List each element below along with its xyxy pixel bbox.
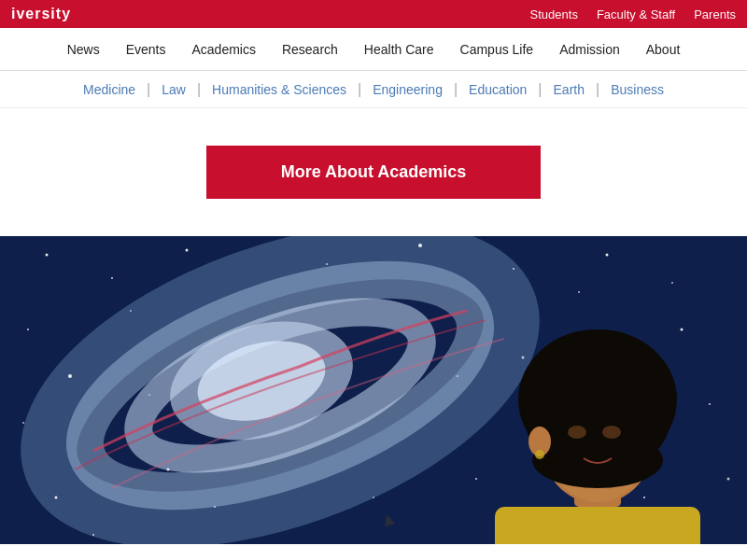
svg-point-19	[55, 497, 58, 499]
svg-point-15	[68, 374, 72, 378]
svg-point-45	[535, 450, 544, 459]
galaxy-background	[0, 236, 747, 544]
svg-point-31	[148, 394, 150, 396]
nav-healthcare[interactable]: Health Care	[364, 42, 434, 57]
svg-point-8	[186, 249, 189, 252]
top-bar-links: Students Faculty & Staff Parents	[530, 7, 736, 21]
subnav-item-business: Business	[599, 82, 675, 97]
svg-point-25	[643, 497, 645, 498]
svg-point-33	[522, 357, 525, 359]
svg-point-30	[22, 422, 24, 424]
svg-point-27	[578, 291, 580, 293]
faculty-staff-link[interactable]: Faculty & Staff	[597, 7, 675, 21]
svg-point-22	[681, 329, 684, 331]
subnav-medicine[interactable]: Medicine	[72, 82, 147, 97]
svg-point-23	[709, 403, 711, 405]
nav-campuslife[interactable]: Campus Life	[460, 42, 534, 57]
svg-point-11	[513, 268, 514, 270]
cta-section: More About Academics	[0, 108, 747, 236]
subnav-item-engineering: Engineering	[361, 82, 454, 97]
svg-point-6	[46, 254, 49, 257]
subnav-humanities[interactable]: Humanities & Sciences	[201, 82, 358, 97]
more-about-academics-button[interactable]: More About Academics	[206, 146, 542, 199]
subnav-item-law: Law	[150, 82, 197, 97]
svg-point-12	[606, 254, 609, 257]
main-nav: News Events Academics Research Health Ca…	[0, 28, 747, 71]
nav-admission[interactable]: Admission	[559, 42, 620, 57]
hero-section	[0, 236, 747, 544]
svg-point-7	[111, 277, 113, 279]
subnav-earth[interactable]: Earth	[543, 82, 596, 97]
svg-point-32	[457, 375, 458, 377]
svg-point-29	[475, 478, 477, 480]
svg-point-10	[418, 244, 422, 247]
svg-rect-35	[495, 507, 700, 544]
svg-point-14	[27, 329, 29, 330]
svg-point-46	[568, 426, 586, 439]
nav-academics[interactable]: Academics	[191, 42, 255, 57]
subnav-item-earth: Earth	[543, 82, 596, 97]
svg-point-47	[602, 426, 621, 439]
sub-nav: Medicine | Law | Humanities & Sciences |…	[0, 71, 747, 108]
svg-point-24	[727, 478, 730, 481]
subnav-education[interactable]: Education	[458, 82, 538, 97]
svg-point-42	[528, 329, 668, 432]
subnav-law[interactable]: Law	[150, 82, 197, 97]
university-logo: iversity	[11, 6, 71, 22]
svg-point-20	[92, 534, 94, 536]
nav-research[interactable]: Research	[282, 42, 338, 57]
svg-point-16	[130, 310, 132, 312]
nav-about[interactable]: About	[646, 42, 681, 57]
subnav-item-education: Education	[458, 82, 538, 97]
subnav-item-medicine: Medicine	[72, 82, 147, 97]
subnav-item-humanities: Humanities & Sciences	[201, 82, 358, 97]
svg-point-9	[326, 263, 328, 265]
students-link[interactable]: Students	[530, 7, 578, 21]
subnav-engineering[interactable]: Engineering	[361, 82, 454, 97]
svg-point-17	[167, 469, 170, 471]
subnav-business[interactable]: Business	[599, 82, 675, 97]
nav-news[interactable]: News	[67, 42, 100, 57]
svg-point-43	[532, 432, 663, 488]
parents-link[interactable]: Parents	[694, 7, 736, 21]
svg-point-21	[373, 497, 374, 498]
svg-point-18	[214, 506, 216, 508]
nav-events[interactable]: Events	[126, 42, 166, 57]
top-bar: iversity Students Faculty & Staff Parent…	[0, 0, 747, 28]
svg-point-13	[671, 282, 673, 284]
